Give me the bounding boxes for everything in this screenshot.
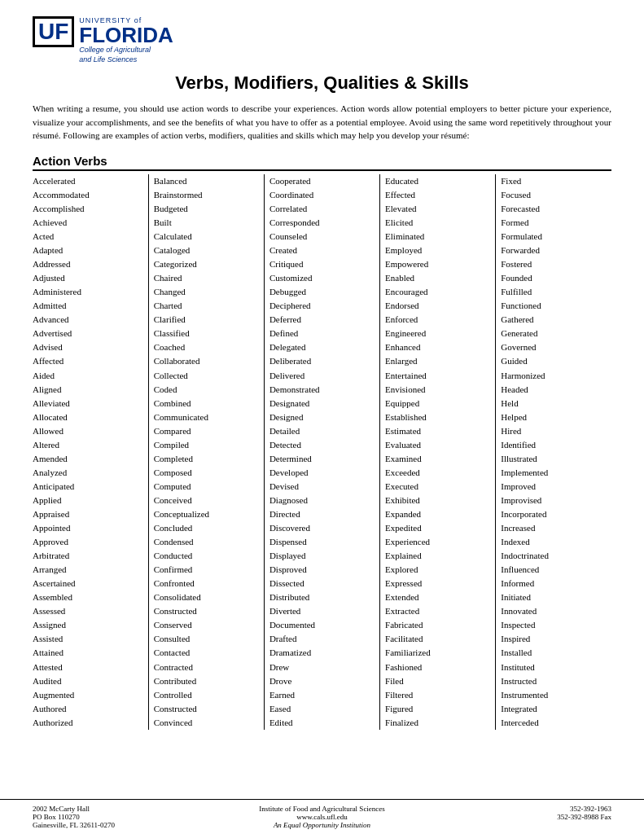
verb-cell: Designated [264,397,379,410]
verb-cell: Extended [380,590,496,604]
verb-cell: Evaluated [380,438,496,452]
verb-cell: Formed [496,216,611,230]
verb-cell: Administered [33,285,148,299]
verb-cell: Affected [33,354,148,368]
page: UF UNIVERSITY of FLORIDA College of Agri… [0,0,644,834]
verb-cell: Identified [496,438,611,452]
verb-cell: Interceded [496,716,611,730]
verb-cell: Controlled [148,688,264,702]
verb-cell: Brainstormed [148,188,264,202]
verb-cell: Fashioned [380,661,496,674]
verb-cell: Balanced [148,174,264,188]
verb-cell: Generated [496,327,611,340]
verb-cell: Deferred [264,313,379,327]
verb-cell: Indexed [496,535,611,549]
verb-cell: Instituted [496,661,611,674]
verb-cell: Documented [264,618,379,632]
verb-cell: Concluded [148,521,264,535]
verb-cell: Acted [33,230,148,244]
verb-cell: Consolidated [148,590,264,604]
verb-cell: Compared [148,424,264,438]
verb-cell: Arranged [33,563,148,577]
verb-cell: Enlarged [380,354,496,368]
verb-cell: Adapted [33,244,148,257]
verb-cell: Implemented [496,466,611,480]
verb-cell: Developed [264,466,379,480]
verb-cell: Authored [33,702,148,716]
verbs-table: AcceleratedBalancedCooperatedEducatedFix… [33,174,611,730]
verb-cell: Advertised [33,327,148,340]
logo-area: UF UNIVERSITY of FLORIDA College of Agri… [33,16,173,64]
verb-cell: Alleviated [33,397,148,410]
verb-cell: Arbitrated [33,549,148,563]
verb-cell: Assisted [33,632,148,646]
verb-cell: Exceeded [380,466,496,480]
verb-cell: Cataloged [148,244,264,257]
verb-cell: Advanced [33,313,148,327]
verb-cell: Harmonized [496,369,611,383]
verb-cell: Illustrated [496,452,611,466]
verb-cell: Conducted [148,549,264,563]
verb-cell: Designed [264,410,379,424]
verb-cell: Determined [264,452,379,466]
verb-cell: Enforced [380,313,496,327]
florida-label: FLORIDA [79,24,173,46]
verb-cell: Explained [380,549,496,563]
verb-cell: Clarified [148,313,264,327]
verb-cell: Educated [380,174,496,188]
verb-cell: Discovered [264,521,379,535]
verb-cell: Entertained [380,369,496,383]
verb-cell: Devised [264,480,379,494]
verb-cell: Dissected [264,577,379,590]
verb-cell: Debugged [264,285,379,299]
verb-cell: Calculated [148,230,264,244]
verb-cell: Allocated [33,410,148,424]
verb-cell: Eliminated [380,230,496,244]
verb-cell: Elicited [380,216,496,230]
page-title: Verbs, Modifiers, Qualities & Skills [33,72,611,94]
verb-cell: Coached [148,340,264,354]
verb-cell: Chaired [148,271,264,285]
verb-cell: Informed [496,577,611,590]
uf-logo: UF UNIVERSITY of FLORIDA College of Agri… [33,16,173,64]
verb-cell: Appraised [33,507,148,521]
verb-cell: Aided [33,369,148,383]
verb-cell: Advised [33,340,148,354]
verb-cell: Expanded [380,507,496,521]
verb-cell: Audited [33,674,148,688]
verb-cell: Accelerated [33,174,148,188]
verb-cell: Focused [496,188,611,202]
verb-cell: Improved [496,480,611,494]
verb-cell: Delegated [264,340,379,354]
verb-cell: Displayed [264,549,379,563]
verb-cell: Facilitated [380,632,496,646]
verb-cell: Endorsed [380,299,496,313]
verb-cell: Conceived [148,494,264,507]
verb-cell: Attained [33,646,148,660]
verb-cell: Confronted [148,577,264,590]
verb-cell: Drafted [264,632,379,646]
verb-cell: Accomplished [33,202,148,216]
verb-cell: Exhibited [380,494,496,507]
verb-cell: Gathered [496,313,611,327]
intro-text: When writing a resume, you should use ac… [33,102,611,143]
verb-cell: Envisioned [380,383,496,397]
verb-cell: Drove [264,674,379,688]
verb-cell: Disproved [264,563,379,577]
verb-cell: Deciphered [264,299,379,313]
verb-cell: Extracted [380,604,496,618]
verb-cell: Contacted [148,646,264,660]
verb-cell: Influenced [496,563,611,577]
verb-cell: Applied [33,494,148,507]
footer-center: Institute of Food and Agricultural Scien… [226,805,418,829]
header: UF UNIVERSITY of FLORIDA College of Agri… [33,16,611,64]
verb-cell: Coordinated [264,188,379,202]
verb-cell: Corresponded [264,216,379,230]
verb-cell: Indoctrinated [496,549,611,563]
verb-cell: Aligned [33,383,148,397]
verb-cell: Functioned [496,299,611,313]
verb-cell: Held [496,397,611,410]
verb-cell: Approved [33,535,148,549]
verb-cell: Forwarded [496,244,611,257]
verb-cell: Guided [496,354,611,368]
